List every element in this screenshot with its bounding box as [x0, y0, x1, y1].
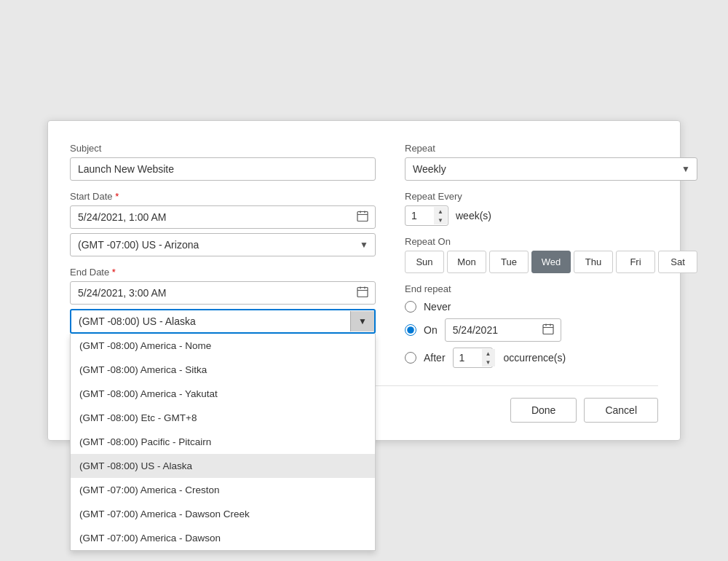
- tz-option-dawson-creek[interactable]: (GMT -07:00) America - Dawson Creek: [71, 502, 375, 526]
- tz-option-dawson[interactable]: (GMT -07:00) America - Dawson: [71, 526, 375, 550]
- end-repeat-never-label: Never: [424, 301, 451, 313]
- end-repeat-never-row: Never: [405, 301, 697, 313]
- left-panel: Subject Start Date *: [70, 143, 376, 368]
- end-tz-dropdown-list: (GMT -08:00) America - Nome (GMT -08:00)…: [70, 334, 376, 551]
- end-date-label: End Date *: [70, 267, 376, 278]
- done-button[interactable]: Done: [510, 398, 577, 423]
- repeat-every-unit: week(s): [456, 210, 491, 221]
- start-tz-select[interactable]: (GMT -07:00) US - Arizona: [70, 233, 376, 256]
- tz-option-alaska[interactable]: (GMT -08:00) US - Alaska: [71, 454, 375, 478]
- day-mon[interactable]: Mon: [447, 251, 486, 273]
- end-repeat-after-radio[interactable]: [405, 352, 416, 364]
- end-repeat-label: End repeat: [405, 283, 697, 294]
- subject-field-group: Subject: [70, 143, 376, 181]
- right-panel: Repeat Weekly Daily Monthly Yearly ▼ Rep…: [405, 143, 697, 368]
- subject-label: Subject: [70, 143, 376, 154]
- start-date-label: Start Date *: [70, 191, 376, 202]
- end-tz-trigger-text: (GMT -08:00) US - Alaska: [71, 310, 350, 332]
- end-on-date-input-wrapper: [445, 318, 561, 342]
- tz-option-yakutat[interactable]: (GMT -08:00) America - Yakutat: [71, 382, 375, 406]
- repeat-on-label: Repeat On: [405, 236, 697, 247]
- repeat-every-up-btn[interactable]: ▲: [434, 207, 447, 216]
- days-row: Sun Mon Tue Wed Thu Fri Sat: [405, 251, 697, 273]
- occurrence-up-btn[interactable]: ▲: [482, 349, 495, 358]
- repeat-select[interactable]: Weekly Daily Monthly Yearly: [405, 157, 697, 181]
- day-wed[interactable]: Wed: [531, 251, 571, 273]
- end-tz-dropdown-btn[interactable]: ▼: [350, 311, 374, 332]
- end-repeat-never-radio[interactable]: [405, 301, 416, 313]
- occurrence-down-btn[interactable]: ▼: [482, 358, 495, 366]
- end-repeat-after-label: After: [424, 352, 446, 364]
- start-date-required: *: [115, 191, 119, 202]
- occurrence-spinner-btns: ▲ ▼: [482, 349, 495, 366]
- end-date-input[interactable]: [70, 281, 376, 305]
- end-repeat-after-row: After ▲ ▼ occurrence(s): [405, 348, 697, 368]
- repeat-select-wrapper: Weekly Daily Monthly Yearly ▼: [405, 157, 697, 181]
- end-repeat-on-date-wrapper: [445, 318, 561, 342]
- repeat-label: Repeat: [405, 143, 697, 154]
- subject-input[interactable]: [70, 157, 376, 181]
- tz-option-pitcairn[interactable]: (GMT -08:00) Pacific - Pitcairn: [71, 430, 375, 454]
- day-tue[interactable]: Tue: [489, 251, 529, 273]
- tz-option-nome[interactable]: (GMT -08:00) America - Nome: [71, 334, 375, 358]
- end-date-field-group: End Date *: [70, 267, 376, 334]
- occurrence-spinner-wrapper: ▲ ▼: [453, 348, 496, 368]
- repeat-field-group: Repeat Weekly Daily Monthly Yearly ▼: [405, 143, 697, 181]
- end-repeat-on-radio[interactable]: [405, 324, 416, 336]
- repeat-every-spinner-btns: ▲ ▼: [434, 207, 447, 224]
- repeat-on-field-group: Repeat On Sun Mon Tue Wed Thu Fri Sat: [405, 236, 697, 273]
- dialog-body: Subject Start Date *: [70, 143, 658, 368]
- tz-option-creston[interactable]: (GMT -07:00) America - Creston: [71, 478, 375, 502]
- end-repeat-on-label: On: [424, 324, 438, 336]
- end-date-wrapper: [70, 281, 376, 305]
- repeat-every-down-btn[interactable]: ▼: [434, 216, 447, 224]
- start-tz-wrapper: (GMT -07:00) US - Arizona ▼: [70, 233, 376, 256]
- repeat-every-label: Repeat Every: [405, 191, 697, 202]
- repeat-every-spinner-wrapper: ▲ ▼: [405, 205, 448, 226]
- end-date-required: *: [112, 267, 116, 278]
- tz-option-gmt8[interactable]: (GMT -08:00) Etc - GMT+8: [71, 406, 375, 430]
- day-thu[interactable]: Thu: [574, 251, 613, 273]
- day-sun[interactable]: Sun: [405, 251, 444, 273]
- end-repeat-field-group: End repeat Never On: [405, 283, 697, 368]
- tz-option-sitka[interactable]: (GMT -08:00) America - Sitka: [71, 358, 375, 382]
- end-repeat-on-row: On: [405, 318, 697, 342]
- end-on-date-input[interactable]: [445, 318, 561, 342]
- start-date-input[interactable]: [70, 205, 376, 229]
- day-fri[interactable]: Fri: [616, 251, 655, 273]
- start-date-wrapper: [70, 205, 376, 229]
- event-dialog: Subject Start Date *: [47, 120, 681, 441]
- occurrence-unit-label: occurrence(s): [504, 352, 566, 364]
- end-tz-dropdown-wrapper: (GMT -08:00) US - Alaska ▼ (GMT -08:00) …: [70, 309, 376, 334]
- cancel-button[interactable]: Cancel: [584, 398, 658, 423]
- repeat-every-row: ▲ ▼ week(s): [405, 205, 697, 226]
- day-sat[interactable]: Sat: [658, 251, 697, 273]
- end-tz-trigger[interactable]: (GMT -08:00) US - Alaska ▼: [70, 309, 376, 334]
- start-date-field-group: Start Date *: [70, 191, 376, 256]
- repeat-every-field-group: Repeat Every ▲ ▼ week(s): [405, 191, 697, 226]
